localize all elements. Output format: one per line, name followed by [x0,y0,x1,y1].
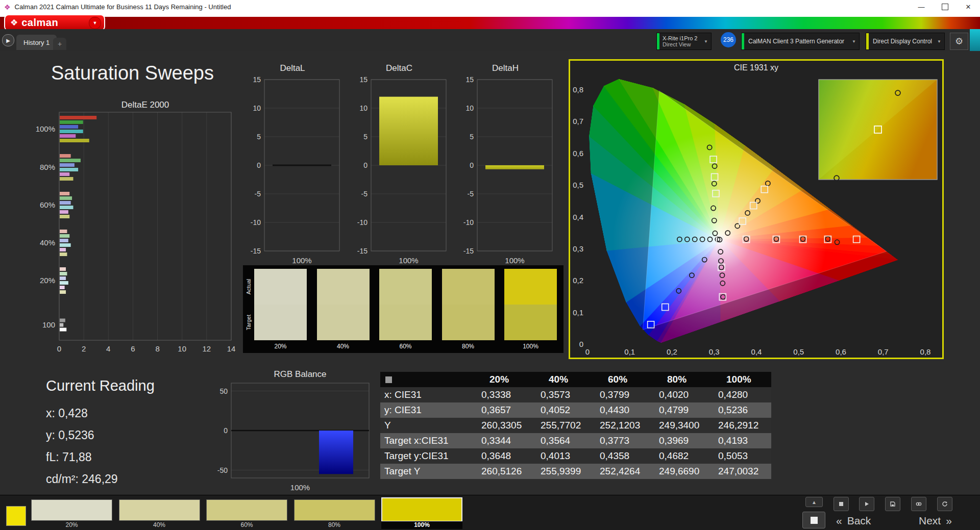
cie-title: CIE 1931 xy [570,63,942,72]
calman-star-icon: ❖ [10,17,18,28]
table-cell: 0,4682 [653,450,712,462]
link-icon [915,500,922,508]
cie-1931-panel: 000,10,10,20,20,30,30,40,40,50,50,60,60,… [569,59,944,359]
actual-swatch [442,269,495,305]
link-button[interactable] [911,497,926,511]
svg-text:0,2: 0,2 [667,347,677,356]
meter-dropdown[interactable]: X-Rite i1Pro 2 Direct View ▼ [656,33,712,50]
pattern-window-button[interactable] [802,512,825,528]
settings-button[interactable]: ⚙ [950,33,968,50]
reading-y: y: 0,5236 [46,424,155,446]
patch-tile-80%[interactable]: 80% [294,497,375,529]
tab-scroll-button[interactable]: ▶ [2,34,14,46]
square-icon [811,517,818,524]
next-button[interactable]: Next » [919,513,952,529]
patch-label: 100% [381,521,462,529]
logo-menu-button[interactable]: ▼ [89,17,101,29]
table-cell: 0,3773 [594,435,653,446]
table-cell: 0,4280 [712,389,771,400]
table-cell: 0,5236 [712,405,771,416]
back-button[interactable]: « Back [836,513,871,529]
svg-text:0,8: 0,8 [920,347,931,356]
table-row: Target y:CIE310,36480,40130,43580,46820,… [380,448,771,464]
svg-text:0: 0 [579,340,583,348]
target-row-label: Target [246,305,253,340]
current-reading: Current Reading x: 0,428 y: 0,5236 fL: 7… [46,377,155,490]
side-accent-strip [970,29,980,51]
current-patch-swatch [6,506,26,526]
refresh-button[interactable] [937,497,952,511]
deltal-chart: 151050-5-10-15100% [244,74,341,273]
table-cell: 0,3564 [534,435,594,446]
patch-tile-100%[interactable]: 100% [381,497,462,529]
patch-tile-40%[interactable]: 40% [119,497,200,529]
svg-text:15: 15 [359,75,368,84]
target-swatch [317,305,370,340]
table-cell: 0,4013 [534,450,594,462]
chevron-down-icon: ▼ [93,20,97,26]
actual-swatch [254,269,307,305]
svg-text:100%: 100% [399,256,418,265]
patch-swatch [381,497,462,522]
svg-text:100: 100 [42,320,55,329]
restore-button[interactable] [933,0,957,14]
table-cell: 260,3305 [475,420,534,431]
chevron-up-icon: ▲ [812,499,817,505]
svg-text:100%: 100% [36,124,55,133]
reading-x: x: 0,428 [46,402,155,424]
table-cell: 249,3400 [653,420,712,431]
svg-text:0,6: 0,6 [836,347,846,356]
svg-text:15: 15 [465,75,474,84]
svg-text:0,3: 0,3 [573,244,583,253]
table-header-cell: 20% [475,374,534,385]
swatch-column-label: 20% [254,343,307,350]
display-control-dropdown[interactable]: Direct Display Control ▼ [866,33,945,50]
svg-text:0,6: 0,6 [573,149,583,158]
pattern-generator-dropdown[interactable]: CalMAN Client 3 Pattern Generator ▼ [741,33,860,50]
svg-text:8: 8 [155,344,159,353]
svg-text:10: 10 [178,344,186,353]
svg-text:-50: -50 [217,466,228,474]
table-row: Target Y260,5126255,9399252,4264249,6690… [380,464,771,479]
stop-button[interactable] [834,497,849,511]
table-row-label: x: CIE31 [380,389,475,400]
svg-text:-10: -10 [357,218,368,226]
patch-tile-20%[interactable]: 20% [31,497,112,529]
close-button[interactable]: ✕ [957,0,980,14]
patch-tile-60%[interactable]: 60% [206,497,287,529]
spectrum-strip [0,17,980,29]
collapse-button[interactable]: ▲ [805,497,823,507]
target-swatch [254,305,307,340]
patch-label: 20% [31,521,112,529]
reading-fl: fL: 71,88 [46,446,155,468]
svg-text:-15: -15 [463,247,474,255]
table-row-label: y: CIE31 [380,405,475,416]
table-cell: 249,6690 [653,466,712,477]
display-control-name: Direct Display Control [869,38,937,45]
save-button[interactable] [885,497,900,511]
table-row-label: Target x:CIE31 [380,435,475,446]
tab-bar: ▶ History 1 + X-Rite i1Pro 2 Direct View… [0,29,980,51]
next-label: Next [919,515,941,527]
table-cell: 0,3657 [475,405,534,416]
new-tab-button[interactable]: + [53,38,66,50]
table-cell: 252,4264 [594,466,653,477]
svg-text:-10: -10 [463,218,474,226]
patch-label: 40% [119,521,200,529]
gear-icon: ⚙ [955,36,963,47]
tab-history-1[interactable]: History 1 [16,35,57,50]
deltae2000-chart: 02468101214100%80%60%40%20%100 [31,100,240,355]
pattern-generator-name: CalMAN Client 3 Pattern Generator [744,38,852,45]
calman-logo-text: calman [21,17,89,29]
table-row: y: CIE310,36570,40520,44300,47990,5236 [380,402,771,418]
svg-text:40%: 40% [40,238,55,247]
svg-text:0,7: 0,7 [573,117,583,125]
deltac-chart: 151050-5-10-15100% [351,74,448,273]
svg-text:5: 5 [257,133,261,141]
svg-text:80%: 80% [40,163,55,171]
minimize-button[interactable]: — [910,0,933,14]
swatch-column-80% [442,269,495,340]
actual-swatch [317,269,370,305]
svg-text:10: 10 [359,104,368,112]
play-button[interactable] [859,497,874,511]
